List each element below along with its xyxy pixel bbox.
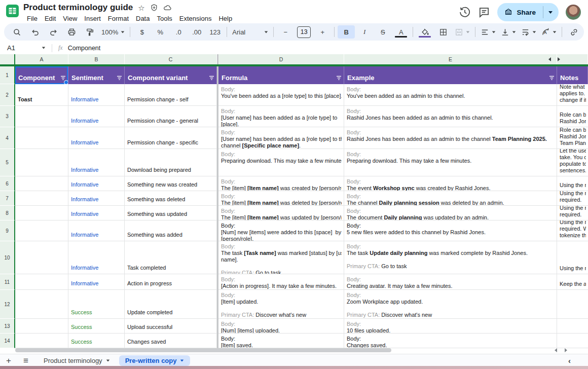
zoom-select[interactable]: 100% <box>99 25 127 39</box>
document-title[interactable]: Product terminology guide <box>23 3 133 13</box>
cell[interactable]: Body:The task [Task name] was marked [st… <box>218 241 344 274</box>
row-header-14[interactable]: 14 <box>0 334 15 348</box>
cell-sentiment[interactable]: Informative <box>68 84 125 106</box>
cell[interactable]: Body:[User name] has been added as a [ro… <box>218 127 344 149</box>
row-header-8[interactable]: 8 <box>0 206 15 220</box>
cell-component[interactable] <box>15 191 68 206</box>
cell[interactable]: Body:Changes saved. <box>344 334 557 348</box>
menu-insert[interactable]: Insert <box>81 14 104 23</box>
row-header-2[interactable]: 2 <box>0 84 15 106</box>
horizontal-align-button[interactable] <box>479 25 498 39</box>
cell[interactable]: Body:Rashid Jones has been added as an a… <box>344 127 557 149</box>
cell-component[interactable] <box>15 106 68 127</box>
sheets-logo-icon[interactable] <box>6 4 19 18</box>
menu-help[interactable]: Help <box>215 14 236 23</box>
avatar[interactable] <box>566 5 581 20</box>
text-rotation-button[interactable]: A <box>539 25 559 39</box>
percent-format-button[interactable]: % <box>152 25 169 39</box>
cell-variant[interactable]: Something was added <box>125 220 217 241</box>
row-header-1[interactable]: 1 <box>0 66 15 84</box>
cell[interactable] <box>557 290 588 319</box>
cell-variant[interactable]: Action in progress <box>125 274 217 290</box>
cell-sentiment[interactable]: Informative <box>68 206 125 220</box>
cell[interactable]: Body:Creating avatar. It may take a few … <box>344 274 557 290</box>
more-formats-button[interactable]: 123 <box>206 25 224 39</box>
cell-sentiment[interactable]: Success <box>68 334 125 348</box>
cell[interactable]: Using the na <box>557 241 588 274</box>
cell[interactable]: Body:Preparing download. This may take a… <box>344 149 557 176</box>
cell-component[interactable] <box>15 206 68 220</box>
header-cell-formula[interactable]: Formula <box>218 66 344 84</box>
row-header-6[interactable]: 6 <box>0 176 15 191</box>
cell-variant[interactable]: Permission change - specific <box>125 127 217 149</box>
column-header-C[interactable]: C <box>125 54 217 64</box>
cell[interactable]: Body:The event Workshop sync was created… <box>344 176 557 191</box>
row-header-9[interactable]: 9 <box>0 220 15 241</box>
currency-format-button[interactable]: $ <box>133 25 151 39</box>
cell-sentiment[interactable]: Informative <box>68 106 125 127</box>
column-header-A[interactable]: A <box>15 54 68 64</box>
cell-variant[interactable]: Something was deleted <box>125 191 217 206</box>
decrease-decimals-button[interactable]: .0 <box>170 25 187 39</box>
cell-variant[interactable]: Something new was created <box>125 176 217 191</box>
approval-badge-icon[interactable] <box>150 4 158 12</box>
scroll-right-icon[interactable] <box>565 348 567 352</box>
font-family-select[interactable]: Arial <box>230 25 270 39</box>
hidden-col-right-icon[interactable] <box>558 57 560 61</box>
menu-extensions[interactable]: Extensions <box>176 14 215 23</box>
cell-sentiment[interactable]: Informative <box>68 220 125 241</box>
paint-format-button[interactable] <box>81 25 98 39</box>
cell-sentiment[interactable]: Informative <box>68 241 125 274</box>
row-header-5[interactable]: 5 <box>0 149 15 176</box>
cell-variant[interactable]: Upload successful <box>125 319 217 334</box>
cell[interactable]: Body:10 files uploaded. <box>344 319 557 334</box>
add-sheet-button[interactable]: + <box>0 356 17 365</box>
cell-sentiment[interactable]: Informative <box>68 149 125 176</box>
row-header-7[interactable]: 7 <box>0 191 15 206</box>
share-caret-icon[interactable] <box>548 11 553 14</box>
cell[interactable] <box>557 334 588 348</box>
row-header-11[interactable]: 11 <box>0 274 15 290</box>
cell-variant[interactable]: Download being prepared <box>125 149 217 176</box>
cell[interactable]: Body:Preparing download. This may take a… <box>218 149 344 176</box>
row-header-12[interactable]: 12 <box>0 290 15 319</box>
cell[interactable]: Body:The [item] [Item name] was deleted … <box>218 191 344 206</box>
cell[interactable]: Body:The task Update daily planning was … <box>344 241 557 274</box>
comments-icon[interactable] <box>478 6 490 18</box>
cell[interactable] <box>557 319 588 334</box>
sheet-tab-caret-icon[interactable] <box>180 359 183 361</box>
cell[interactable]: Body:You've been added as a [role type] … <box>218 84 344 106</box>
decrease-font-size-button[interactable]: − <box>277 25 294 39</box>
cell-component[interactable] <box>15 127 68 149</box>
fill-color-button[interactable] <box>416 25 433 39</box>
cell-variant[interactable]: Something was updated <box>125 206 217 220</box>
cell-component[interactable]: Toast <box>15 84 68 106</box>
undo-button[interactable] <box>26 25 44 39</box>
text-wrap-button[interactable] <box>519 25 538 39</box>
cell-variant[interactable]: Update completed <box>125 290 217 319</box>
merge-cells-button[interactable] <box>453 25 472 39</box>
hidden-col-left-icon[interactable] <box>548 57 551 61</box>
cell-component[interactable] <box>15 176 68 191</box>
cell-component[interactable] <box>15 319 68 334</box>
cell[interactable]: Using the narequired. <box>557 206 588 220</box>
sheet-tab-product-terminology[interactable]: Product terminology <box>38 355 116 366</box>
increase-font-size-button[interactable]: + <box>314 25 331 39</box>
column-header-E[interactable]: E <box>344 54 557 64</box>
cell-component[interactable] <box>15 241 68 274</box>
cell-component[interactable] <box>15 274 68 290</box>
cell[interactable]: Role can beRashid Jone <box>557 106 588 127</box>
menu-format[interactable]: Format <box>104 14 132 23</box>
all-sheets-icon[interactable]: ≡ <box>17 356 34 365</box>
insert-comment-button[interactable] <box>583 25 588 39</box>
menu-data[interactable]: Data <box>132 14 153 23</box>
cell[interactable]: Keep the act <box>557 274 588 290</box>
text-color-button[interactable]: A <box>392 25 410 39</box>
row-header-10[interactable]: 10 <box>0 241 15 274</box>
cell-sentiment[interactable]: Success <box>68 290 125 319</box>
cell-component[interactable] <box>15 290 68 319</box>
column-header-clipped[interactable] <box>557 54 588 64</box>
cell[interactable]: Body:You've been added as an admin to th… <box>344 84 557 106</box>
horizontal-scrollbar-thumb[interactable] <box>15 348 391 352</box>
redo-button[interactable] <box>45 25 62 39</box>
